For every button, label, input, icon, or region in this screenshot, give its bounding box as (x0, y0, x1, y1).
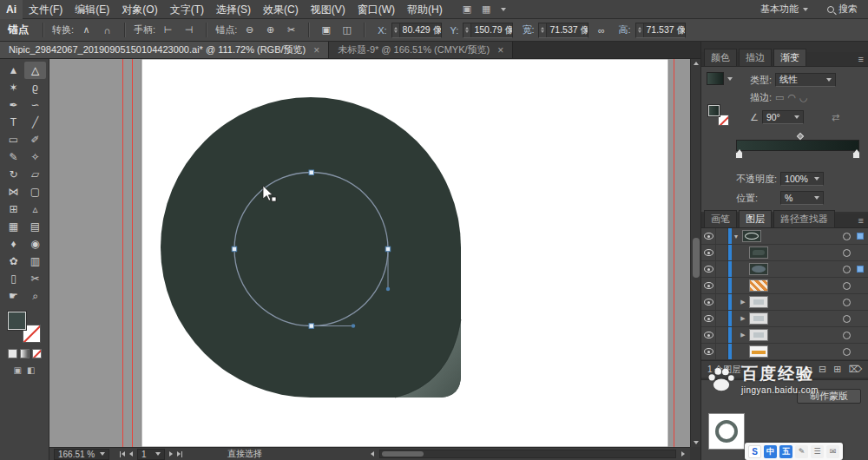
shaper-tool[interactable]: ✧ (24, 148, 46, 166)
expand-toggle[interactable]: ▶ (739, 315, 747, 322)
menu-object[interactable]: 对象(O) (115, 0, 163, 19)
previous-artboard-button[interactable] (129, 451, 133, 457)
artwork-canvas[interactable] (49, 59, 690, 447)
gradient-type-select[interactable]: 线性 (775, 73, 836, 87)
fill-swatch[interactable] (708, 105, 720, 116)
document-tab-2[interactable]: 未标题-9* @ 166.51% (CMYK/预览) × (329, 42, 513, 58)
menu-edit[interactable]: 编辑(E) (69, 0, 115, 19)
layer-thumbnail[interactable] (749, 329, 768, 341)
mail-icon[interactable]: ✉ (826, 445, 839, 458)
target-icon[interactable] (843, 233, 851, 240)
expand-toggle[interactable]: ▶ (739, 332, 747, 338)
drop-shape[interactable] (161, 97, 461, 398)
connect-anchor-button[interactable]: ⊕ (262, 23, 279, 38)
tab-color[interactable]: 颜色 (704, 49, 737, 66)
gradient-angle-field[interactable]: 90° (762, 110, 804, 124)
free-transform-tool[interactable]: ▢ (24, 183, 46, 200)
target-icon[interactable] (843, 299, 851, 306)
anchor-point[interactable] (309, 170, 314, 175)
gradient-presets-caret-icon[interactable] (727, 77, 733, 81)
stroke-across-icon[interactable]: ◡ (799, 92, 808, 103)
target-icon[interactable] (843, 348, 851, 356)
menu-file[interactable]: 文件(F) (23, 0, 69, 19)
line-segment-tool[interactable]: ╱ (24, 114, 46, 131)
selection-indicator[interactable] (857, 315, 864, 322)
scroll-right-icon[interactable] (678, 449, 688, 459)
stepper-icon[interactable] (464, 23, 471, 37)
selection-indicator[interactable] (857, 266, 864, 273)
tab-gradient[interactable]: 渐变 (773, 49, 806, 66)
delete-layer-icon[interactable]: ⌦ (848, 364, 862, 375)
menu-help[interactable]: 帮助(H) (401, 0, 449, 19)
layer-row[interactable]: ▶ (701, 327, 868, 344)
shape-builder-tool[interactable]: ⊞ (3, 200, 24, 218)
target-icon[interactable] (843, 315, 851, 323)
gradient-tool[interactable]: ▤ (24, 218, 46, 235)
width-field[interactable]: 71.537 像素 (538, 23, 589, 38)
close-icon[interactable]: × (313, 44, 319, 56)
expand-toggle[interactable]: ▼ (732, 233, 740, 240)
layer-row[interactable] (701, 278, 868, 294)
documents-caret-icon[interactable] (501, 8, 506, 11)
reverse-gradient-icon[interactable]: ⇄ (832, 112, 839, 123)
layer-thumbnail[interactable] (749, 296, 768, 308)
next-artboard-button[interactable] (169, 451, 173, 457)
gradient-swatch[interactable] (707, 72, 724, 85)
layer-thumbnail[interactable] (749, 246, 768, 259)
visibility-toggle[interactable] (701, 327, 716, 343)
gradient-stop-left[interactable] (735, 152, 743, 159)
anchor-point[interactable] (309, 324, 314, 329)
selection-indicator[interactable] (857, 282, 864, 289)
close-icon[interactable]: × (497, 44, 503, 56)
rotate-tool[interactable]: ↻ (3, 166, 24, 183)
layer-row[interactable] (701, 261, 868, 278)
target-icon[interactable] (843, 282, 851, 290)
gradient-slider[interactable] (736, 140, 859, 151)
search-control[interactable]: 搜索 (827, 3, 858, 16)
lock-toggle[interactable] (716, 294, 728, 310)
isolate-selection-button[interactable]: ▣ (318, 23, 334, 38)
mesh-tool[interactable]: ▦ (3, 218, 24, 235)
curvature-tool[interactable]: ∽ (24, 96, 46, 114)
paintbrush-tool[interactable]: ✐ (24, 131, 46, 148)
lasso-tool[interactable]: ϱ (24, 79, 46, 96)
magic-wand-tool[interactable]: ✶ (3, 79, 24, 96)
selection-indicator[interactable] (857, 233, 864, 240)
tab-pathfinder[interactable]: 路径查找器 (773, 210, 835, 227)
visibility-toggle[interactable] (701, 311, 716, 326)
lock-toggle[interactable] (716, 278, 728, 293)
visibility-toggle[interactable] (701, 344, 716, 359)
layer-thumbnail[interactable] (749, 263, 768, 275)
new-sublayer-icon[interactable]: ⊟ (819, 364, 826, 375)
constrain-proportions-icon[interactable]: ∞ (593, 23, 609, 38)
workspace-switcher[interactable]: 基本功能 (760, 3, 808, 16)
target-icon[interactable] (843, 266, 851, 273)
horizontal-scrollbar[interactable] (367, 449, 688, 459)
align-options-button[interactable]: ◫ (339, 23, 355, 38)
scrollbar-track[interactable] (379, 450, 676, 458)
tab-stroke[interactable]: 描边 (739, 49, 772, 66)
make-clip-mask-icon[interactable]: ◘ (806, 364, 812, 375)
perspective-grid-tool[interactable]: ▵ (24, 200, 46, 218)
stepper-icon[interactable] (392, 23, 400, 37)
cut-path-button[interactable]: ✂ (283, 23, 299, 38)
width-tool[interactable]: ⋈ (3, 183, 24, 200)
stop-position-field[interactable]: % (780, 191, 824, 205)
height-field[interactable]: 71.537 像素 (635, 23, 686, 38)
screen-mode-icon[interactable]: ◧ (27, 365, 35, 375)
y-field[interactable]: 150.79 像素 (463, 23, 513, 38)
visibility-toggle[interactable] (701, 245, 716, 260)
direct-selection-tool[interactable]: △ (24, 62, 46, 79)
lock-toggle[interactable] (716, 245, 728, 260)
lock-toggle[interactable] (716, 261, 728, 277)
expand-toggle[interactable]: ▶ (739, 299, 747, 306)
x-field[interactable]: 80.429 像素 (391, 23, 442, 38)
handwriting-icon[interactable]: ✎ (795, 445, 808, 458)
stepper-icon[interactable] (539, 23, 547, 37)
tab-layers[interactable]: 图层 (739, 210, 772, 227)
make-mask-button[interactable]: 制作蒙版 (797, 389, 861, 404)
anchor-point[interactable] (385, 246, 391, 252)
menu-type[interactable]: 文字(T) (164, 0, 210, 19)
selection-indicator[interactable] (857, 332, 864, 338)
visibility-toggle[interactable] (701, 261, 716, 277)
